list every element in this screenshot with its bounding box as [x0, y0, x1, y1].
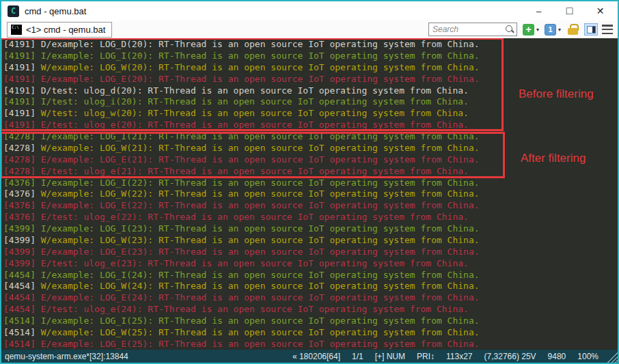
log-timestamp: [4278]: [3, 131, 36, 141]
minimize-button[interactable]: –: [528, 2, 549, 20]
log-timestamp: [4454]: [3, 270, 36, 280]
statusbar-segment: PRI↕: [417, 352, 435, 361]
search-icon[interactable]: [505, 25, 514, 34]
log-timestamp: [4376]: [3, 178, 36, 188]
log-timestamp: [4191]: [3, 85, 36, 96]
log-line: [4191] D/example: LOG_D(20): RT-Thread i…: [3, 39, 618, 51]
log-message: E/test: ulog_e(24): RT-Thread is an open…: [36, 304, 469, 314]
log-timestamp: [4399]: [3, 258, 36, 268]
log-message: E/example: LOG_E(20): RT-Thread is an op…: [36, 74, 480, 84]
statusbar-segment: (7,32766) 25V: [484, 352, 536, 361]
log-message: W/example: LOG_W(22): RT-Thread is an op…: [36, 188, 480, 199]
log-line: [4454] E/example: LOG_E(24): RT-Thread i…: [3, 292, 618, 304]
cmd-icon: C:\: [11, 25, 22, 35]
status-bar: qemu-system-arm.exe*[32]:13844 « 180206[…: [1, 350, 618, 363]
log-line: [4399] E/test: ulog_e(23): RT-Thread is …: [3, 258, 618, 270]
log-timestamp: [4454]: [3, 281, 36, 291]
log-line: [4376] E/test: ulog_e(22): RT-Thread is …: [3, 212, 618, 223]
log-timestamp: [4514]: [3, 316, 36, 326]
log-line: [4454] E/test: ulog_e(24): RT-Thread is …: [3, 304, 618, 316]
new-console-dropdown-icon[interactable]: ▾: [536, 27, 539, 33]
statusbar-process: qemu-system-arm.exe*[32]:13844: [5, 352, 128, 361]
window-title: cmd - qemu.bat: [25, 6, 86, 16]
statusbar-segment: 100%: [577, 352, 599, 361]
resize-grip-icon[interactable]: [605, 350, 618, 363]
log-timestamp: [4191]: [3, 51, 36, 61]
conemu-logo-icon: C: [8, 5, 19, 17]
log-timestamp: [4191]: [3, 62, 36, 72]
log-timestamp: [4191]: [3, 96, 36, 107]
panel-icon: [587, 26, 596, 33]
log-message: E/example: LOG_E(22): RT-Thread is an op…: [36, 200, 480, 210]
log-message: E/test: ulog_e(22): RT-Thread is an open…: [36, 212, 469, 222]
log-timestamp: [4191]: [3, 74, 36, 84]
tab-cmd-qemu[interactable]: C:\ <1> cmd - qemu.bat: [7, 22, 112, 38]
log-message: W/example: LOG_W(21): RT-Thread is an op…: [36, 143, 480, 153]
statusbar-segment: [+] NUM: [375, 352, 405, 361]
log-message: I/example: LOG_I(23): RT-Thread is an op…: [36, 223, 480, 234]
log-message: D/test: ulog_d(20): RT-Thread is an open…: [36, 85, 469, 96]
statusbar-segment: 1/1: [352, 352, 363, 361]
log-line: [4454] W/example: LOG_W(24): RT-Thread i…: [3, 281, 618, 292]
new-console-button[interactable]: +: [523, 24, 534, 36]
log-line: [4399] E/example: LOG_E(23): RT-Thread i…: [3, 247, 618, 258]
log-timestamp: [4399]: [3, 247, 36, 257]
conemu-window: C cmd - qemu.bat – □ ✕ C:\ <1> cmd - qem…: [0, 0, 619, 364]
log-timestamp: [4454]: [3, 304, 36, 314]
log-timestamp: [4191]: [3, 39, 36, 49]
log-message: W/example: LOG_W(20): RT-Thread is an op…: [36, 62, 480, 72]
log-line: [4278] I/example: LOG_I(21): RT-Thread i…: [3, 131, 618, 143]
log-message: D/example: LOG_D(20): RT-Thread is an op…: [36, 39, 480, 49]
titlebar: C cmd - qemu.bat – □ ✕: [1, 1, 618, 20]
tab-label: <1> cmd - qemu.bat: [26, 25, 105, 35]
log-line: [4376] W/example: LOG_W(22): RT-Thread i…: [3, 188, 618, 200]
terminal-output[interactable]: [4191] D/example: LOG_D(20): RT-Thread i…: [1, 38, 618, 350]
log-message: I/example: LOG_I(24): RT-Thread is an op…: [36, 270, 480, 280]
log-message: I/example: LOG_I(25): RT-Thread is an op…: [36, 316, 480, 326]
log-timestamp: [4399]: [3, 235, 36, 245]
log-timestamp: [4376]: [3, 188, 36, 199]
statusbar-segment: 9480: [548, 352, 566, 361]
log-line: [4376] I/example: LOG_I(22): RT-Thread i…: [3, 178, 618, 189]
tab-bar: C:\ <1> cmd - qemu.bat + ▾ 1 ▾: [1, 20, 618, 38]
log-line: [4191] E/test: ulog_e(20): RT-Thread is …: [3, 120, 618, 131]
log-message: W/example: LOG_W(23): RT-Thread is an op…: [36, 235, 480, 245]
layout-toggle-button[interactable]: [584, 23, 598, 36]
log-line: [4514] I/example: LOG_I(25): RT-Thread i…: [3, 316, 618, 327]
log-timestamp: [4514]: [3, 327, 36, 337]
log-message: E/example: LOG_E(23): RT-Thread is an op…: [36, 247, 480, 257]
log-message: W/example: LOG_W(24): RT-Thread is an op…: [36, 281, 480, 291]
log-line: [4399] I/example: LOG_I(23): RT-Thread i…: [3, 223, 618, 235]
after-filtering-label: After filtering: [521, 152, 586, 165]
log-line: [4191] E/example: LOG_E(20): RT-Thread i…: [3, 74, 618, 85]
close-button[interactable]: ✕: [590, 2, 611, 20]
log-timestamp: [4191]: [3, 120, 36, 130]
search-input[interactable]: [429, 24, 503, 35]
log-message: E/test: ulog_e(20): RT-Thread is an open…: [36, 120, 469, 130]
log-line: [4278] E/test: ulog_e(21): RT-Thread is …: [3, 166, 618, 178]
log-timestamp: [4191]: [3, 108, 36, 118]
log-lines: [4191] D/example: LOG_D(20): RT-Thread i…: [3, 39, 618, 350]
active-console-button[interactable]: 1: [545, 24, 556, 36]
log-timestamp: [4454]: [3, 292, 36, 303]
log-message: I/example: LOG_I(21): RT-Thread is an op…: [36, 131, 480, 141]
log-message: E/example: LOG_E(25): RT-Thread is an op…: [36, 339, 480, 349]
statusbar-segment: 113x27: [446, 352, 472, 361]
log-line: [4514] W/example: LOG_W(25): RT-Thread i…: [3, 327, 618, 339]
statusbar-segment: « 180206[64]: [292, 352, 340, 361]
before-filtering-label: Before filtering: [519, 87, 594, 101]
log-message: W/test: ulog_w(20): RT-Thread is an open…: [36, 108, 469, 118]
log-message: E/example: LOG_E(24): RT-Thread is an op…: [36, 292, 480, 303]
log-timestamp: [4376]: [3, 200, 36, 210]
log-line: [4399] W/example: LOG_W(23): RT-Thread i…: [3, 235, 618, 247]
log-timestamp: [4399]: [3, 223, 36, 234]
menu-icon[interactable]: [602, 25, 613, 34]
lock-icon[interactable]: [568, 24, 578, 35]
statusbar-right: « 180206[64]1/1[+] NUMPRI↕113x27(7,32766…: [292, 352, 599, 361]
search-box: [428, 23, 517, 36]
log-line: [4454] I/example: LOG_I(24): RT-Thread i…: [3, 270, 618, 281]
console-list-dropdown-icon[interactable]: ▾: [558, 27, 561, 33]
maximize-button[interactable]: □: [559, 2, 580, 20]
log-message: E/test: ulog_e(23): RT-Thread is an open…: [36, 258, 469, 268]
log-line: [4514] E/example: LOG_E(25): RT-Thread i…: [3, 339, 618, 350]
